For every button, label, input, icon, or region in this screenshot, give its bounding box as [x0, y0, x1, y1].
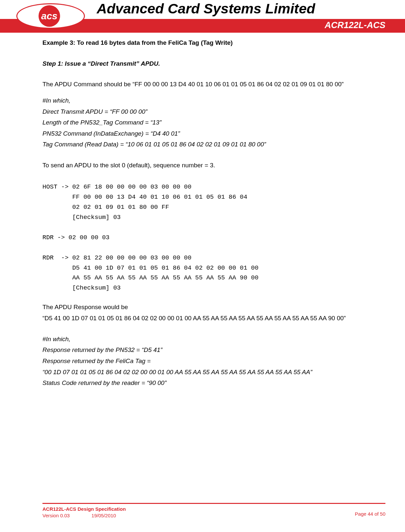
pn532-command: PN532 Command (InDataExchange) = “D4 40 … — [42, 129, 363, 138]
product-name: ACR122L-ACS — [325, 20, 385, 30]
footer-spec: ACR122L-ACS Design Specification — [42, 506, 126, 512]
response-intro: The APDU Response would be — [42, 303, 363, 311]
send-note: To send an APDU to the slot 0 (default),… — [42, 161, 363, 170]
footer-left: ACR122L-ACS Design Specification Version… — [42, 506, 126, 519]
page: acs Advanced Card Systems Limited ACR122… — [0, 0, 405, 532]
resp-felica-val: “00 1D 07 01 01 05 01 86 04 02 02 00 00 … — [42, 368, 363, 376]
logo: acs — [16, 2, 88, 31]
direct-transmit-apdu: Direct Transmit APDU = “FF 00 00 00” — [42, 108, 363, 116]
status-code: Status Code returned by the reader = “90… — [42, 379, 363, 387]
tag-command: Tag Command (Read Data) = “10 06 01 01 0… — [42, 140, 363, 149]
resp-felica-label: Response returned by the FeliCa Tag = — [42, 357, 363, 365]
content: Example 3: To read 16 bytes data from th… — [0, 33, 405, 387]
footer-page: Page 44 of 50 — [355, 506, 385, 517]
length-pn532: Length of the PN532_Tag Command = “13” — [42, 118, 363, 127]
example-title: Example 3: To read 16 bytes data from th… — [42, 39, 363, 47]
footer-date: 19/05/2010 — [91, 513, 116, 518]
footer-version: Version 0.03 — [42, 513, 70, 518]
apdu-command-intro: The APDU Command should be “FF 00 00 00 … — [42, 80, 363, 89]
in-which-1: #In which, — [42, 96, 363, 105]
step-1: Step 1: Issue a “Direct Transmit” APDU. — [42, 59, 363, 68]
response-value: “D5 41 00 1D 07 01 01 05 01 86 04 02 02 … — [42, 314, 363, 323]
mono-block: HOST -> 02 6F 18 00 00 00 00 03 00 00 00… — [42, 182, 363, 293]
footer: ACR122L-ACS Design Specification Version… — [0, 503, 405, 519]
logo-circle: acs — [39, 5, 60, 27]
header: acs Advanced Card Systems Limited ACR122… — [0, 0, 405, 33]
logo-text: acs — [41, 10, 57, 22]
footer-divider — [42, 503, 385, 504]
company-title: Advanced Card Systems Limited — [97, 1, 315, 17]
in-which-2: #In which, — [42, 335, 363, 343]
resp-pn532: Response returned by the PN532 = “D5 41” — [42, 346, 363, 354]
